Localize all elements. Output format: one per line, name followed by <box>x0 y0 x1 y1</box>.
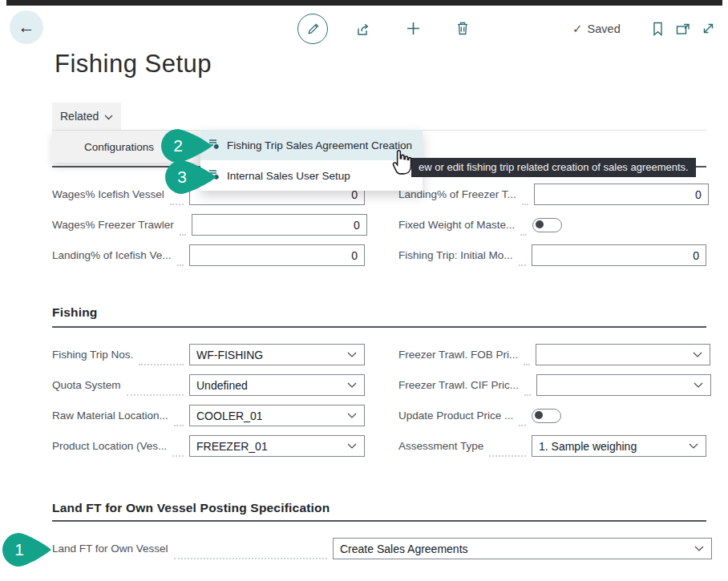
field-row: Fishing Trip: Initial Mo... 0 <box>398 244 706 266</box>
chevron-down-icon[interactable] <box>693 352 702 358</box>
field-label: Raw Material Location... <box>52 410 168 422</box>
chevron-down-icon[interactable] <box>347 352 357 358</box>
field-label: Freezer Trawl. FOB Pri... <box>398 349 518 361</box>
field-label: Freezer Trawl. CIF Pric... <box>398 379 519 391</box>
dotted-leader <box>519 413 526 426</box>
dotted-leader <box>519 252 526 266</box>
page-title: Fishing Setup <box>55 50 212 79</box>
field-row: Wages% Freezer Trawler 0 <box>52 214 365 236</box>
field-label: Update Product Price ... <box>398 410 513 422</box>
toggle-knob <box>536 220 544 228</box>
quota-system-select[interactable]: Undefined <box>189 374 365 396</box>
general-section: Wages% Icefish Vessel 0 Wages% Freezer T… <box>52 184 706 266</box>
section-title: Land FT for Own Vessel Posting Specifica… <box>52 501 712 515</box>
landing-icefish-input[interactable]: 0 <box>189 244 365 266</box>
dotted-leader <box>139 352 184 365</box>
field-label: Land FT for Own Vessel <box>52 543 168 555</box>
section-rule <box>52 520 706 522</box>
dotted-leader <box>174 413 184 426</box>
freezer-cif-price-select[interactable] <box>536 374 711 396</box>
dotted-leader <box>489 443 526 457</box>
back-button[interactable]: ← <box>10 10 43 44</box>
field-row: Freezer Trawl. FOB Pri... <box>398 344 706 365</box>
product-location-select[interactable]: FREEZER_01 <box>189 435 365 457</box>
annotation-badge-1: 1 <box>2 532 55 567</box>
field-row: Raw Material Location... COOLER_01 <box>52 405 365 426</box>
dotted-leader <box>524 382 531 396</box>
new-button[interactable] <box>405 20 422 37</box>
chevron-down-icon[interactable] <box>347 382 357 389</box>
open-in-window-button[interactable] <box>675 22 691 36</box>
expand-button[interactable] <box>701 21 716 36</box>
dotted-leader <box>172 443 184 457</box>
back-arrow-icon: ← <box>18 18 35 36</box>
field-label: Assessment Type <box>398 440 483 452</box>
update-product-price-toggle[interactable] <box>532 409 561 423</box>
svg-text:3: 3 <box>177 167 187 186</box>
assessment-type-select[interactable]: 1. Sample weighing <box>532 435 706 457</box>
section-rule <box>52 326 706 328</box>
field-label: Wages% Freezer Trawler <box>52 219 174 231</box>
field-label: Fishing Trip: Initial Mo... <box>398 249 513 261</box>
field-row: Freezer Trawl. CIF Pric... <box>398 374 706 396</box>
field-label: Quota System <box>52 379 121 391</box>
menu-group-label: Configurations <box>84 141 154 153</box>
fishing-trip-nos-select[interactable]: WF-FISHING <box>189 344 365 365</box>
expand-arrows-icon <box>701 26 716 38</box>
share-button[interactable] <box>355 21 371 37</box>
menu-item-label: Fishing Trip Sales Agreement Creation <box>227 139 412 151</box>
dotted-leader <box>127 382 184 396</box>
pencil-icon <box>305 21 320 38</box>
field-row: Assessment Type 1. Sample weighing <box>398 435 706 457</box>
related-menu-button[interactable]: Related <box>52 103 121 130</box>
menu-item-label: Internal Sales User Setup <box>227 170 350 182</box>
land-ft-section: Land FT for Own Vessel Posting Specifica… <box>52 501 712 559</box>
field-label: Landing% of Icefish Ve... <box>52 249 172 261</box>
landing-freezer-input[interactable]: 0 <box>534 184 709 205</box>
share-icon <box>355 27 371 39</box>
toggle-cell <box>532 214 707 236</box>
annotation-badge-2: 2 <box>160 128 216 163</box>
field-label: Fixed Weight of Maste... <box>398 219 515 231</box>
dotted-leader <box>522 192 528 205</box>
dotted-leader <box>520 222 527 236</box>
section-title: Fishing <box>52 305 706 320</box>
field-label: Fishing Trip Nos. <box>52 349 133 361</box>
field-row: Landing% of Icefish Ve... 0 <box>52 244 365 266</box>
svg-text:1: 1 <box>14 540 24 559</box>
delete-button[interactable] <box>455 20 471 36</box>
bookmark-button[interactable] <box>651 21 665 37</box>
popup-window-icon <box>675 26 691 38</box>
dotted-leader <box>177 252 184 266</box>
chevron-down-icon[interactable] <box>347 443 357 450</box>
toggle-cell <box>532 405 706 426</box>
freezer-fob-price-select[interactable] <box>536 344 710 365</box>
menu-item-tooltip: ew or edit fishing trip related creation… <box>411 158 696 177</box>
land-ft-own-vessel-select[interactable]: Create Sales Agreements <box>333 538 712 559</box>
field-row: Product Location (Ves... FREEZER_01 <box>52 435 365 457</box>
field-row: Fixed Weight of Maste... <box>398 214 706 236</box>
chevron-down-icon <box>104 110 113 123</box>
svg-text:2: 2 <box>173 136 183 155</box>
fixed-weight-toggle[interactable] <box>532 218 562 232</box>
raw-material-location-select[interactable]: COOLER_01 <box>189 405 365 426</box>
toggle-knob <box>535 411 543 419</box>
chevron-down-icon[interactable] <box>347 413 357 419</box>
field-row: Quota System Undefined <box>52 374 365 396</box>
top-accent-bar <box>6 0 722 6</box>
save-status: ✓ Saved <box>572 22 621 36</box>
wages-freezer-trawler-input[interactable]: 0 <box>192 214 367 236</box>
trash-icon <box>455 26 471 38</box>
chevron-down-icon[interactable] <box>689 443 698 450</box>
field-row: Landing% of Freezer T... 0 <box>398 184 706 205</box>
chevron-down-icon[interactable] <box>694 546 704 552</box>
dotted-leader <box>180 222 186 236</box>
fishing-trip-initial-input[interactable]: 0 <box>532 244 706 266</box>
edit-button[interactable] <box>297 14 328 44</box>
annotation-badge-3: 3 <box>164 159 220 195</box>
saved-label: Saved <box>588 22 621 35</box>
field-row: Fishing Trip Nos. WF-FISHING <box>52 344 365 365</box>
field-row: Update Product Price ... <box>398 405 706 426</box>
chevron-down-icon[interactable] <box>694 382 703 389</box>
related-menu-label: Related <box>60 110 99 123</box>
